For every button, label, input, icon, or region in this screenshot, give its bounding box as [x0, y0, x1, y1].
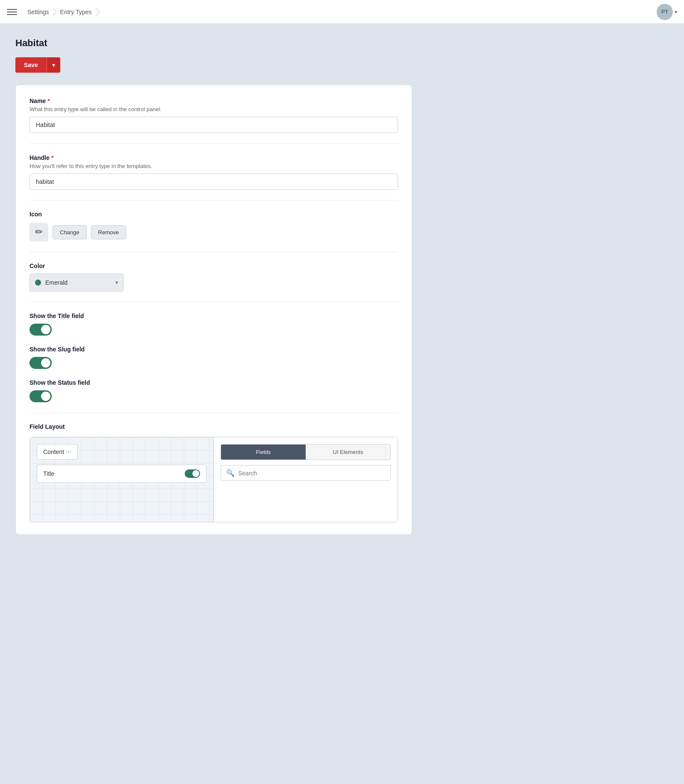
- toggle-thumb: [41, 325, 50, 334]
- toggle-thumb: [41, 358, 50, 368]
- main-content: Habitat Save ▾ Name * What this entry ty…: [0, 24, 428, 548]
- handle-required-star: *: [51, 154, 54, 161]
- save-dropdown-button[interactable]: ▾: [47, 57, 60, 73]
- icon-preview: ✏: [29, 223, 48, 242]
- show-title-section: Show the Title field Show the Slug field…: [29, 312, 398, 413]
- content-tab-label: Content: [43, 448, 64, 455]
- page-title: Habitat: [15, 38, 412, 49]
- toggle-thumb-small: [192, 470, 199, 477]
- remove-icon-button[interactable]: Remove: [91, 225, 126, 239]
- search-icon: 🔍: [226, 469, 235, 477]
- show-slug-label: Show the Slug field: [29, 346, 398, 353]
- breadcrumb-settings-link[interactable]: Settings: [24, 6, 53, 18]
- field-layout-title: Field Layout: [29, 423, 398, 430]
- ellipsis-icon: ···: [66, 448, 71, 456]
- color-dot-emerald: [35, 280, 41, 286]
- show-status-toggle[interactable]: [29, 390, 52, 402]
- show-slug-toggle-row: Show the Slug field: [29, 346, 398, 369]
- name-label: Name *: [29, 97, 398, 104]
- save-button-group: Save ▾: [15, 57, 412, 73]
- breadcrumb-entry-types-link[interactable]: Entry Types: [57, 6, 95, 18]
- save-button[interactable]: Save: [15, 57, 47, 73]
- show-status-label: Show the Status field: [29, 379, 398, 386]
- field-layout-canvas: Content ··· Title: [30, 437, 214, 522]
- handle-label: Handle *: [29, 154, 398, 161]
- tab-ui-elements[interactable]: UI Elements: [306, 445, 390, 460]
- show-title-toggle[interactable]: [29, 324, 52, 336]
- color-label: Color: [29, 262, 398, 269]
- chevron-down-icon: ▾: [115, 280, 118, 286]
- breadcrumb-item-settings: Settings: [24, 6, 53, 18]
- toggle-thumb: [41, 392, 50, 401]
- search-input[interactable]: [238, 470, 385, 477]
- show-slug-toggle[interactable]: [29, 357, 52, 369]
- toggle-track: [29, 390, 52, 402]
- topbar: Settings Entry Types PT ▾: [0, 0, 684, 24]
- breadcrumb-separator-1: [53, 8, 57, 16]
- fields-search-box: 🔍: [221, 465, 391, 481]
- name-required-star: *: [47, 97, 50, 104]
- show-status-toggle-row: Show the Status field: [29, 379, 398, 402]
- change-icon-button[interactable]: Change: [53, 225, 87, 239]
- color-select-value: Emerald: [45, 279, 111, 286]
- field-layout-grid: Content ··· Title Fields UI Elements: [29, 437, 398, 522]
- color-dropdown[interactable]: Emerald ▾: [29, 274, 124, 292]
- content-tab[interactable]: Content ···: [37, 444, 78, 460]
- breadcrumb-separator-2: [96, 8, 100, 16]
- toggle-track: [29, 357, 52, 369]
- panel-tabs: Fields UI Elements: [221, 444, 391, 460]
- color-section: Color Emerald ▾: [29, 262, 398, 302]
- handle-description: How you'll refer to this entry type in t…: [29, 163, 398, 169]
- field-layout-section: Field Layout Content ··· Title: [29, 423, 398, 522]
- show-title-label: Show the Title field: [29, 312, 398, 319]
- name-description: What this entry type will be called in t…: [29, 106, 398, 112]
- chevron-down-icon: ▾: [675, 9, 677, 15]
- name-section: Name * What this entry type will be call…: [29, 97, 398, 144]
- icon-symbol: ✏: [35, 227, 43, 238]
- toggle-track: [29, 324, 52, 336]
- show-title-toggle-row: Show the Title field: [29, 312, 398, 336]
- title-field-toggle[interactable]: [185, 469, 200, 478]
- user-menu[interactable]: PT ▾: [657, 4, 677, 20]
- field-layout-panel: Fields UI Elements 🔍: [214, 437, 398, 522]
- hamburger-menu-icon[interactable]: [7, 7, 17, 17]
- icon-label: Icon: [29, 211, 398, 218]
- title-field-label: Title: [43, 470, 54, 477]
- name-input[interactable]: [29, 117, 398, 133]
- breadcrumb: Settings Entry Types: [24, 6, 337, 18]
- handle-section: Handle * How you'll refer to this entry …: [29, 154, 398, 200]
- avatar: PT: [657, 4, 673, 20]
- title-field-row: Title: [37, 465, 206, 483]
- handle-input[interactable]: [29, 174, 398, 190]
- tab-fields[interactable]: Fields: [221, 445, 306, 460]
- icon-controls: ✏ Change Remove: [29, 223, 398, 242]
- icon-section: Icon ✏ Change Remove: [29, 211, 398, 252]
- settings-card: Name * What this entry type will be call…: [15, 85, 412, 535]
- breadcrumb-item-entry-types: Entry Types: [57, 6, 95, 18]
